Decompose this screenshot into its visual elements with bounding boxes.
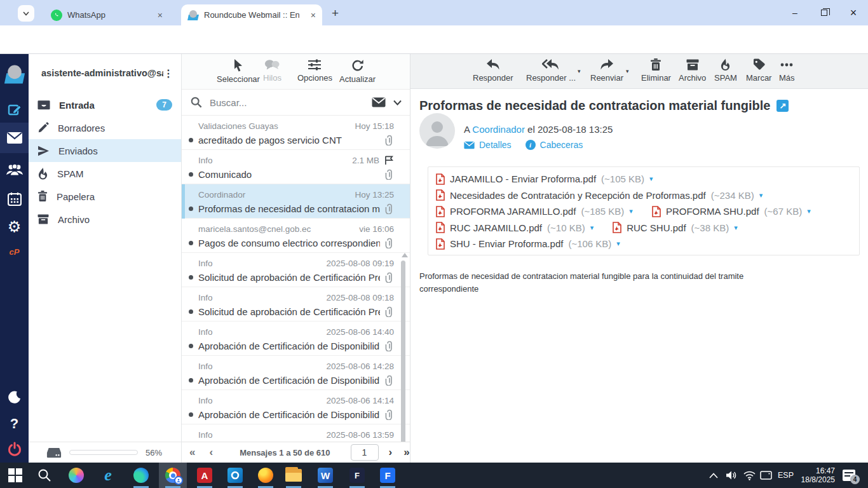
attachment-item[interactable]: JARAMILLO - Enviar Proforma.pdf (~105 KB… (436, 173, 653, 185)
contacts-nav-button[interactable] (0, 157, 29, 182)
list-item[interactable]: Info 2.1 MB Comunicado (182, 150, 410, 184)
delete-button[interactable]: Eliminar (641, 58, 671, 83)
list-item[interactable]: Info2025-08-08 09:19 Solicitud de aproba… (182, 253, 410, 287)
sidebar-item-spam[interactable]: SPAM (29, 162, 181, 185)
open-in-new-window-icon[interactable]: ↗ (776, 100, 789, 112)
list-item[interactable]: maricela.santos@cnel.gob.ecvie 16:06 Pag… (182, 219, 410, 253)
fs-app-button[interactable]: F (343, 463, 371, 488)
tab-search-button[interactable] (18, 5, 34, 22)
notification-center-button[interactable]: 4 (843, 463, 855, 488)
tab-roundcube[interactable]: Roundcube Webmail :: Enviados × (181, 4, 322, 25)
archive-button[interactable]: Archivo (679, 58, 706, 83)
sidebar-item-borradores[interactable]: Borradores (29, 116, 181, 139)
list-item[interactable]: Info2025-08-06 14:28 Aprobación de Certi… (182, 356, 410, 390)
attachment-item[interactable]: RUC SHU.pdf (~38 KB) ▾ (613, 222, 738, 233)
select-button[interactable]: Seleccionar (217, 58, 260, 84)
internet-explorer-button[interactable]: e (94, 463, 122, 488)
window-close-button[interactable]: × (839, 0, 868, 25)
attachment-menu-icon[interactable]: ▾ (649, 175, 653, 183)
edge-button[interactable] (127, 463, 155, 488)
settings-nav-button[interactable]: ⚙ (0, 214, 29, 240)
window-restore-button[interactable] (810, 0, 839, 25)
firefox-button[interactable] (252, 463, 280, 488)
page-number-input[interactable] (351, 444, 379, 461)
calendar-nav-button[interactable] (0, 186, 29, 212)
account-menu-icon[interactable]: ⋮ (163, 67, 173, 79)
list-item[interactable]: Validaciones GuayasHoy 15:18 acreditado … (182, 116, 410, 150)
list-item[interactable]: Info2025-08-06 14:40 Aprobación de Certi… (182, 322, 410, 356)
reply-button[interactable]: Responder (473, 58, 513, 83)
reply-all-button[interactable]: Responder ... (526, 58, 576, 83)
list-item[interactable]: Info2025-08-06 14:14 Aprobación de Certi… (182, 390, 410, 424)
sidebar-item-enviados[interactable]: Enviados (29, 139, 181, 162)
logout-button[interactable] (0, 437, 29, 462)
attachment-menu-icon[interactable]: ▾ (734, 224, 738, 232)
scroll-up-arrow[interactable] (402, 253, 408, 257)
list-item[interactable]: Info2025-08-06 13:59 (182, 424, 410, 442)
attachment-menu-icon[interactable]: ▾ (759, 191, 763, 200)
f-app-button[interactable]: F (374, 463, 402, 488)
tray-chevron-button[interactable] (709, 463, 718, 488)
list-item-selected[interactable]: CoordinadorHoy 13:25 Proformas de necesi… (182, 184, 410, 219)
refresh-button[interactable]: Actualizar (339, 58, 376, 84)
attachment-menu-icon[interactable]: ▾ (590, 224, 594, 232)
attachment-item[interactable]: PROFORMA JARAMILLO.pdf (~185 KB) ▾ (436, 206, 633, 217)
attachment-menu-icon[interactable]: ▾ (616, 240, 620, 248)
roundcube-logo[interactable] (0, 60, 29, 88)
file-explorer-button[interactable] (280, 463, 308, 488)
attachment-item[interactable]: Necesidades de Contratación y Recepción … (436, 189, 763, 201)
sidebar-item-papelera[interactable]: Papelera (29, 185, 181, 208)
wifi-button[interactable] (743, 463, 756, 488)
chrome-button[interactable] (159, 463, 187, 488)
compose-button[interactable] (0, 97, 29, 123)
list-scrollbar[interactable] (401, 261, 405, 442)
sidebar-item-archivo[interactable]: Archivo (29, 208, 181, 231)
close-tab-icon[interactable]: × (158, 10, 163, 20)
forward-caret-icon[interactable]: ▾ (626, 68, 629, 74)
sidebar-item-entrada[interactable]: Entrada 7 (29, 93, 181, 116)
attachment-item[interactable]: RUC JARAMILLO.pdf (~10 KB) ▾ (436, 222, 593, 233)
help-button[interactable]: ? (0, 411, 29, 437)
acrobat-button[interactable]: A (191, 463, 219, 488)
clock[interactable]: 16:47 18/8/2025 (799, 463, 835, 488)
options-button[interactable]: Opciones (297, 58, 332, 83)
spam-button[interactable]: SPAM (714, 58, 737, 83)
mail-nav-button[interactable] (0, 123, 29, 153)
prev-page-button[interactable]: ‹ (209, 446, 213, 459)
next-page-button[interactable]: › (389, 446, 393, 459)
list-item[interactable]: Info2025-08-08 09:18 Solicitud de aproba… (182, 287, 410, 322)
cpanel-button[interactable]: cP (0, 241, 29, 262)
search-options-chevron-icon[interactable] (393, 100, 402, 105)
attachment-item[interactable]: SHU - Enviar Proforma.pdf (~106 KB) ▾ (436, 238, 620, 250)
first-page-button[interactable]: « (189, 446, 195, 459)
volume-button[interactable] (726, 463, 738, 488)
language-indicator[interactable]: ESP (778, 463, 794, 488)
dark-mode-button[interactable] (0, 384, 29, 410)
touch-keyboard-button[interactable] (760, 463, 772, 488)
outlook-button[interactable] (221, 463, 249, 488)
new-tab-button[interactable]: + (332, 6, 339, 20)
recipient-link[interactable]: Coordinador (472, 124, 525, 135)
start-button[interactable] (1, 463, 29, 488)
last-page-button[interactable]: » (403, 446, 409, 459)
attachment-item[interactable]: PROFORMA SHU.pdf (~67 KB) ▾ (652, 206, 811, 217)
more-button[interactable]: Más (779, 58, 795, 83)
word-button[interactable]: W (311, 463, 339, 488)
attachment-menu-icon[interactable]: ▾ (629, 207, 633, 215)
copilot-button[interactable] (62, 463, 90, 488)
reply-all-caret-icon[interactable]: ▾ (578, 68, 581, 74)
search-bar[interactable]: Buscar... (182, 89, 410, 116)
mark-button[interactable]: Marcar (746, 58, 771, 83)
roundcube-favicon (187, 10, 199, 20)
forward-button[interactable]: Reenviar (590, 58, 623, 83)
speaker-icon (726, 470, 738, 480)
attachment-menu-icon[interactable]: ▾ (807, 207, 811, 215)
search-scope-mail-icon[interactable] (372, 97, 386, 107)
taskbar-search-button[interactable] (31, 463, 58, 488)
tab-whatsapp[interactable]: WhatsApp × (44, 4, 169, 25)
search-input[interactable]: Buscar... (210, 97, 364, 108)
details-toggle[interactable]: Detalles (464, 140, 512, 150)
headers-toggle[interactable]: i Cabeceras (526, 140, 583, 150)
close-tab-icon[interactable]: × (311, 10, 316, 20)
window-minimize-button[interactable]: – (780, 0, 810, 25)
